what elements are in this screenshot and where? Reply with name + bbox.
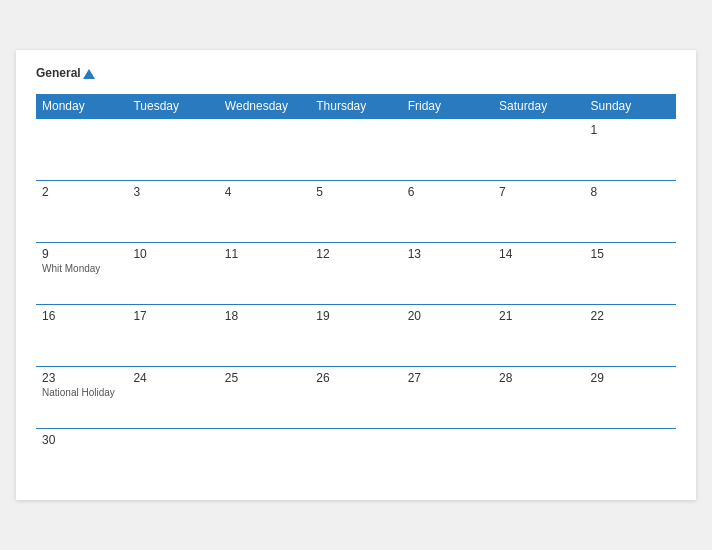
calendar-cell: 3 (127, 181, 218, 243)
day-number: 9 (42, 247, 121, 261)
logo-triangle-icon (83, 69, 95, 79)
calendar-cell: 27 (402, 367, 493, 429)
holiday-label: National Holiday (42, 387, 121, 398)
calendar-cell (493, 119, 584, 181)
calendar-cell (219, 119, 310, 181)
calendar-cell (585, 429, 676, 484)
day-number: 27 (408, 371, 487, 385)
calendar-cell: 18 (219, 305, 310, 367)
calendar-cell: 25 (219, 367, 310, 429)
weekday-header-friday: Friday (402, 94, 493, 119)
calendar-cell: 30 (36, 429, 127, 484)
calendar-cell: 9Whit Monday (36, 243, 127, 305)
weekday-header-row: MondayTuesdayWednesdayThursdayFridaySatu… (36, 94, 676, 119)
calendar-cell: 4 (219, 181, 310, 243)
day-number: 11 (225, 247, 304, 261)
day-number: 13 (408, 247, 487, 261)
logo-general-text: General (36, 66, 95, 80)
calendar-cell: 12 (310, 243, 401, 305)
calendar-cell: 10 (127, 243, 218, 305)
week-row-3: 9Whit Monday101112131415 (36, 243, 676, 305)
calendar-cell: 20 (402, 305, 493, 367)
day-number: 26 (316, 371, 395, 385)
holiday-label: Whit Monday (42, 263, 121, 274)
calendar-cell: 17 (127, 305, 218, 367)
week-row-6: 30 (36, 429, 676, 484)
day-number: 12 (316, 247, 395, 261)
calendar-cell: 24 (127, 367, 218, 429)
weekday-header-thursday: Thursday (310, 94, 401, 119)
logo: General (36, 66, 95, 80)
week-row-5: 23National Holiday242526272829 (36, 367, 676, 429)
week-row-2: 2345678 (36, 181, 676, 243)
day-number: 8 (591, 185, 670, 199)
week-row-1: 1 (36, 119, 676, 181)
calendar-cell (219, 429, 310, 484)
day-number: 14 (499, 247, 578, 261)
weekday-header-wednesday: Wednesday (219, 94, 310, 119)
weekday-header-saturday: Saturday (493, 94, 584, 119)
calendar-cell (310, 119, 401, 181)
day-number: 28 (499, 371, 578, 385)
calendar-cell (36, 119, 127, 181)
day-number: 4 (225, 185, 304, 199)
day-number: 20 (408, 309, 487, 323)
day-number: 15 (591, 247, 670, 261)
calendar-cell (493, 429, 584, 484)
calendar-wrapper: General MondayTuesdayWednesdayThursdayFr… (16, 50, 696, 500)
calendar-cell: 6 (402, 181, 493, 243)
calendar-cell: 16 (36, 305, 127, 367)
calendar-cell: 8 (585, 181, 676, 243)
weekday-header-monday: Monday (36, 94, 127, 119)
day-number: 22 (591, 309, 670, 323)
day-number: 25 (225, 371, 304, 385)
calendar-cell: 2 (36, 181, 127, 243)
calendar-cell: 11 (219, 243, 310, 305)
day-number: 6 (408, 185, 487, 199)
calendar-header: General (36, 66, 676, 80)
day-number: 3 (133, 185, 212, 199)
day-number: 29 (591, 371, 670, 385)
day-number: 5 (316, 185, 395, 199)
weekday-header-sunday: Sunday (585, 94, 676, 119)
calendar-cell: 21 (493, 305, 584, 367)
day-number: 16 (42, 309, 121, 323)
day-number: 18 (225, 309, 304, 323)
day-number: 10 (133, 247, 212, 261)
day-number: 17 (133, 309, 212, 323)
calendar-cell: 7 (493, 181, 584, 243)
day-number: 7 (499, 185, 578, 199)
calendar-cell: 19 (310, 305, 401, 367)
calendar-cell: 22 (585, 305, 676, 367)
calendar-cell: 5 (310, 181, 401, 243)
calendar-cell (127, 429, 218, 484)
calendar-cell: 14 (493, 243, 584, 305)
weekday-header-tuesday: Tuesday (127, 94, 218, 119)
calendar-cell (402, 119, 493, 181)
day-number: 19 (316, 309, 395, 323)
day-number: 23 (42, 371, 121, 385)
calendar-cell: 26 (310, 367, 401, 429)
day-number: 1 (591, 123, 670, 137)
calendar-grid: MondayTuesdayWednesdayThursdayFridaySatu… (36, 94, 676, 484)
calendar-cell: 1 (585, 119, 676, 181)
calendar-cell (402, 429, 493, 484)
calendar-cell: 23National Holiday (36, 367, 127, 429)
day-number: 21 (499, 309, 578, 323)
calendar-cell: 29 (585, 367, 676, 429)
calendar-cell (310, 429, 401, 484)
day-number: 2 (42, 185, 121, 199)
calendar-cell: 15 (585, 243, 676, 305)
calendar-cell (127, 119, 218, 181)
day-number: 30 (42, 433, 121, 447)
day-number: 24 (133, 371, 212, 385)
week-row-4: 16171819202122 (36, 305, 676, 367)
calendar-cell: 28 (493, 367, 584, 429)
calendar-cell: 13 (402, 243, 493, 305)
